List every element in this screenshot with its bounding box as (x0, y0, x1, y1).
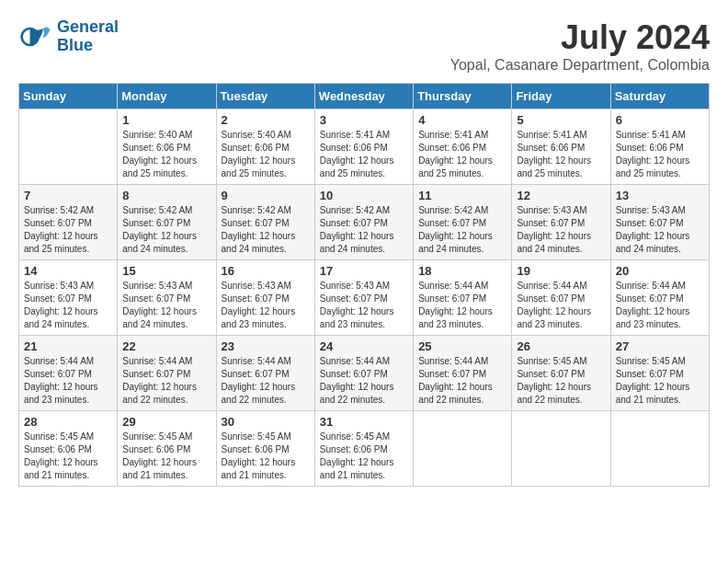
logo-blue: Blue (57, 36, 93, 54)
calendar-cell: 3Sunrise: 5:41 AMSunset: 6:06 PMDaylight… (314, 109, 413, 185)
day-info: Sunrise: 5:43 AMSunset: 6:07 PMDaylight:… (616, 204, 704, 256)
calendar-cell: 11Sunrise: 5:42 AMSunset: 6:07 PMDayligh… (414, 185, 512, 260)
calendar-cell: 21Sunrise: 5:44 AMSunset: 6:07 PMDayligh… (19, 336, 118, 411)
day-number: 14 (24, 264, 112, 278)
calendar-cell (610, 411, 709, 487)
calendar-cell: 31Sunrise: 5:45 AMSunset: 6:06 PMDayligh… (314, 411, 413, 487)
calendar-cell: 8Sunrise: 5:42 AMSunset: 6:07 PMDaylight… (118, 185, 216, 260)
calendar-table: SundayMondayTuesdayWednesdayThursdayFrid… (18, 83, 710, 487)
day-number: 2 (222, 113, 310, 127)
header-saturday: Saturday (610, 84, 709, 109)
calendar-cell: 9Sunrise: 5:42 AMSunset: 6:07 PMDaylight… (216, 185, 314, 260)
calendar-cell: 23Sunrise: 5:44 AMSunset: 6:07 PMDayligh… (216, 336, 314, 411)
day-number: 1 (122, 113, 210, 127)
day-info: Sunrise: 5:42 AMSunset: 6:07 PMDaylight:… (24, 204, 112, 256)
day-info: Sunrise: 5:45 AMSunset: 6:06 PMDaylight:… (24, 431, 112, 482)
calendar-cell: 24Sunrise: 5:44 AMSunset: 6:07 PMDayligh… (314, 336, 413, 411)
header-sunday: Sunday (19, 84, 118, 109)
logo-icon (18, 20, 51, 53)
calendar-cell: 28Sunrise: 5:45 AMSunset: 6:06 PMDayligh… (19, 411, 118, 487)
calendar-cell: 5Sunrise: 5:41 AMSunset: 6:06 PMDaylight… (512, 109, 610, 185)
calendar-cell: 27Sunrise: 5:45 AMSunset: 6:07 PMDayligh… (610, 336, 709, 411)
calendar-cell: 7Sunrise: 5:42 AMSunset: 6:07 PMDaylight… (19, 185, 118, 260)
calendar-cell: 20Sunrise: 5:44 AMSunset: 6:07 PMDayligh… (610, 260, 709, 336)
day-number: 8 (122, 189, 210, 202)
day-number: 23 (222, 339, 310, 353)
day-info: Sunrise: 5:44 AMSunset: 6:07 PMDaylight:… (222, 355, 310, 407)
calendar-week-3: 14Sunrise: 5:43 AMSunset: 6:07 PMDayligh… (19, 260, 710, 336)
calendar-cell: 15Sunrise: 5:43 AMSunset: 6:07 PMDayligh… (118, 260, 216, 336)
day-number: 18 (418, 264, 506, 278)
calendar-week-5: 28Sunrise: 5:45 AMSunset: 6:06 PMDayligh… (19, 411, 710, 487)
day-info: Sunrise: 5:41 AMSunset: 6:06 PMDaylight:… (418, 129, 506, 180)
day-info: Sunrise: 5:43 AMSunset: 6:07 PMDaylight:… (517, 204, 605, 256)
calendar-cell (414, 411, 512, 487)
day-info: Sunrise: 5:44 AMSunset: 6:07 PMDaylight:… (122, 355, 210, 407)
day-info: Sunrise: 5:44 AMSunset: 6:07 PMDaylight:… (320, 355, 408, 407)
calendar-cell: 29Sunrise: 5:45 AMSunset: 6:06 PMDayligh… (118, 411, 216, 487)
calendar-cell (512, 411, 610, 487)
day-info: Sunrise: 5:41 AMSunset: 6:06 PMDaylight:… (616, 129, 704, 180)
calendar-week-1: 1Sunrise: 5:40 AMSunset: 6:06 PMDaylight… (19, 109, 710, 185)
day-number: 27 (616, 339, 704, 353)
day-info: Sunrise: 5:41 AMSunset: 6:06 PMDaylight:… (517, 129, 605, 180)
day-info: Sunrise: 5:44 AMSunset: 6:07 PMDaylight:… (418, 280, 506, 331)
calendar-cell: 2Sunrise: 5:40 AMSunset: 6:06 PMDaylight… (216, 109, 314, 185)
day-number: 15 (122, 264, 210, 278)
day-info: Sunrise: 5:43 AMSunset: 6:07 PMDaylight:… (24, 280, 112, 331)
calendar-week-2: 7Sunrise: 5:42 AMSunset: 6:07 PMDaylight… (19, 185, 710, 260)
logo-general: General (57, 17, 119, 36)
logo: General Blue (18, 18, 119, 55)
calendar-cell: 13Sunrise: 5:43 AMSunset: 6:07 PMDayligh… (610, 185, 709, 260)
header-thursday: Thursday (414, 84, 512, 109)
day-number: 25 (418, 339, 506, 353)
day-number: 26 (517, 339, 605, 353)
calendar-cell (19, 109, 118, 185)
header-wednesday: Wednesday (314, 84, 413, 109)
day-info: Sunrise: 5:42 AMSunset: 6:07 PMDaylight:… (122, 204, 210, 256)
day-info: Sunrise: 5:44 AMSunset: 6:07 PMDaylight:… (24, 355, 112, 407)
day-info: Sunrise: 5:44 AMSunset: 6:07 PMDaylight:… (418, 355, 506, 407)
day-number: 12 (517, 189, 605, 202)
day-number: 6 (616, 113, 704, 127)
day-info: Sunrise: 5:44 AMSunset: 6:07 PMDaylight:… (517, 280, 605, 331)
calendar-cell: 14Sunrise: 5:43 AMSunset: 6:07 PMDayligh… (19, 260, 118, 336)
day-info: Sunrise: 5:43 AMSunset: 6:07 PMDaylight:… (320, 280, 408, 331)
day-info: Sunrise: 5:42 AMSunset: 6:07 PMDaylight:… (222, 204, 310, 256)
day-info: Sunrise: 5:42 AMSunset: 6:07 PMDaylight:… (320, 204, 408, 256)
day-number: 20 (616, 264, 704, 278)
title-block: July 2024 Yopal, Casanare Department, Co… (450, 18, 710, 74)
calendar-cell: 1Sunrise: 5:40 AMSunset: 6:06 PMDaylight… (118, 109, 216, 185)
day-number: 10 (320, 189, 408, 202)
calendar-week-4: 21Sunrise: 5:44 AMSunset: 6:07 PMDayligh… (19, 336, 710, 411)
day-info: Sunrise: 5:40 AMSunset: 6:06 PMDaylight:… (222, 129, 310, 180)
day-number: 19 (517, 264, 605, 278)
calendar-cell: 6Sunrise: 5:41 AMSunset: 6:06 PMDaylight… (610, 109, 709, 185)
location: Yopal, Casanare Department, Colombia (450, 57, 710, 74)
day-number: 16 (222, 264, 310, 278)
calendar-cell: 19Sunrise: 5:44 AMSunset: 6:07 PMDayligh… (512, 260, 610, 336)
day-number: 4 (418, 113, 506, 127)
calendar-cell: 10Sunrise: 5:42 AMSunset: 6:07 PMDayligh… (314, 185, 413, 260)
month-year: July 2024 (450, 18, 710, 57)
day-info: Sunrise: 5:42 AMSunset: 6:07 PMDaylight:… (418, 204, 506, 256)
calendar-cell: 12Sunrise: 5:43 AMSunset: 6:07 PMDayligh… (512, 185, 610, 260)
day-info: Sunrise: 5:41 AMSunset: 6:06 PMDaylight:… (320, 129, 408, 180)
day-number: 11 (418, 189, 506, 202)
day-number: 29 (122, 415, 210, 429)
day-info: Sunrise: 5:44 AMSunset: 6:07 PMDaylight:… (616, 280, 704, 331)
calendar-cell: 4Sunrise: 5:41 AMSunset: 6:06 PMDaylight… (414, 109, 512, 185)
day-info: Sunrise: 5:43 AMSunset: 6:07 PMDaylight:… (222, 280, 310, 331)
day-info: Sunrise: 5:45 AMSunset: 6:06 PMDaylight:… (222, 431, 310, 482)
day-number: 30 (222, 415, 310, 429)
day-info: Sunrise: 5:45 AMSunset: 6:07 PMDaylight:… (616, 355, 704, 407)
day-number: 22 (122, 339, 210, 353)
day-number: 17 (320, 264, 408, 278)
day-number: 7 (24, 189, 112, 202)
day-number: 5 (517, 113, 605, 127)
day-info: Sunrise: 5:40 AMSunset: 6:06 PMDaylight:… (122, 129, 210, 180)
day-number: 28 (24, 415, 112, 429)
day-number: 3 (320, 113, 408, 127)
day-info: Sunrise: 5:45 AMSunset: 6:07 PMDaylight:… (517, 355, 605, 407)
day-number: 13 (616, 189, 704, 202)
